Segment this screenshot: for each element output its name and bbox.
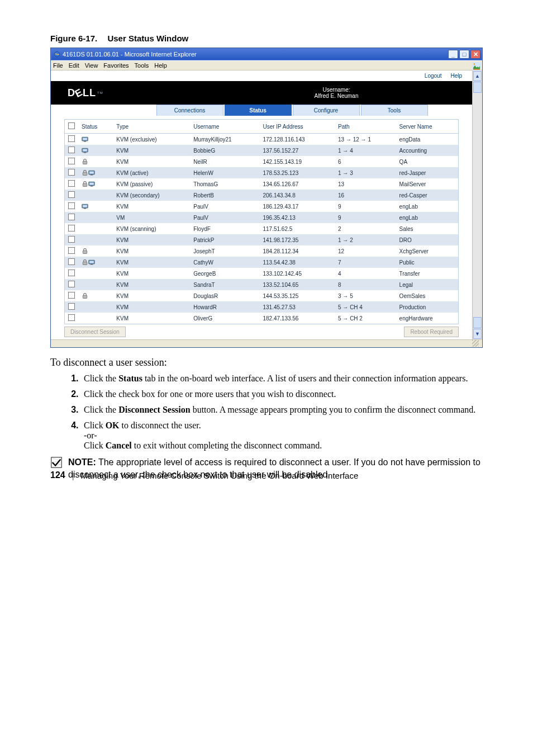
row-server: Public bbox=[396, 257, 458, 268]
reboot-required-button[interactable]: Reboot Required bbox=[404, 327, 459, 337]
menu-edit[interactable]: Edit bbox=[69, 62, 79, 69]
row-server: red-Casper bbox=[396, 190, 458, 201]
steps-list: Click the Status tab in the on-board web… bbox=[50, 374, 483, 451]
svg-rect-2 bbox=[474, 63, 475, 65]
svg-rect-22 bbox=[83, 262, 87, 264]
content-scrollbar[interactable]: ▲ ▼ bbox=[472, 70, 482, 339]
footer-section-title: Managing Your Remote Console Switch Usin… bbox=[81, 471, 359, 480]
row-server: engHardware bbox=[396, 313, 458, 324]
row-server: red-Jasper bbox=[396, 167, 458, 178]
table-row[interactable]: KVMSandraT133.52.104.658Legal bbox=[65, 279, 458, 290]
minimize-button[interactable]: _ bbox=[448, 50, 458, 59]
table-row[interactable]: KVMDouglasR144.53.35.1253 → 5OemSales bbox=[65, 290, 458, 301]
menu-file[interactable]: File bbox=[53, 62, 63, 69]
col-path[interactable]: Path bbox=[335, 120, 396, 134]
row-checkbox[interactable] bbox=[68, 281, 75, 287]
row-username: GeorgeB bbox=[190, 268, 259, 279]
col-type[interactable]: Type bbox=[113, 120, 190, 134]
menu-favorites[interactable]: Favorites bbox=[103, 62, 129, 69]
ie-titlebar: 4161DS 01.01.06.01 - Microsoft Internet … bbox=[51, 48, 482, 60]
scroll-thumb-bottom[interactable] bbox=[473, 317, 482, 328]
row-checkbox[interactable] bbox=[68, 258, 75, 265]
row-checkbox[interactable] bbox=[68, 236, 75, 243]
table-row[interactable]: KVMHowardR131.45.27.535 → CH 4Production bbox=[65, 301, 458, 313]
svg-rect-10 bbox=[83, 172, 87, 175]
svg-rect-21 bbox=[83, 251, 87, 253]
svg-rect-24 bbox=[89, 261, 94, 263]
maximize-button[interactable]: □ bbox=[459, 50, 469, 59]
table-row[interactable]: KVMBobbieG137.56.152.271 → 4Accounting bbox=[65, 145, 458, 156]
scroll-thumb-top[interactable] bbox=[473, 82, 482, 93]
table-row[interactable]: KVM (exclusive)MurrayKilljoy21172.128.11… bbox=[65, 134, 458, 145]
row-checkbox[interactable] bbox=[68, 180, 75, 187]
figure-title: User Status Window bbox=[107, 34, 188, 43]
row-path: 4 bbox=[335, 268, 396, 279]
row-path: 1 → 3 bbox=[335, 167, 396, 178]
row-checkbox[interactable] bbox=[68, 292, 75, 299]
row-path: 9 bbox=[335, 212, 396, 223]
menu-tools[interactable]: Tools bbox=[135, 62, 149, 69]
close-button[interactable]: ✕ bbox=[470, 50, 480, 59]
table-row[interactable]: KVMJosephT184.28.112.3412XchgServer bbox=[65, 245, 458, 257]
svg-rect-4 bbox=[83, 138, 87, 140]
table-row[interactable]: KVMGeorgeB133.102.142.454Transfer bbox=[65, 268, 458, 279]
row-checkbox[interactable] bbox=[68, 225, 75, 231]
row-type: KVM (active) bbox=[113, 167, 190, 178]
disconnect-session-button[interactable]: Disconnect Session bbox=[64, 327, 126, 337]
menu-help[interactable]: Help bbox=[154, 62, 167, 69]
table-row[interactable]: VMPaulV196.35.42.139engLab bbox=[65, 212, 458, 223]
col-checkbox[interactable] bbox=[65, 120, 78, 134]
row-status-icons bbox=[78, 301, 113, 313]
row-checkbox[interactable] bbox=[68, 169, 75, 176]
row-checkbox[interactable] bbox=[68, 247, 75, 254]
row-username: JosephT bbox=[190, 245, 259, 257]
row-checkbox[interactable] bbox=[68, 214, 75, 220]
table-row[interactable]: KVMOliverG182.47.133.565 → CH 2engHardwa… bbox=[65, 313, 458, 324]
table-row[interactable]: KVM (secondary)RobertB206.143.34.816red-… bbox=[65, 190, 458, 201]
col-status[interactable]: Status bbox=[78, 120, 113, 134]
row-checkbox[interactable] bbox=[68, 191, 75, 198]
row-path: 12 bbox=[335, 245, 396, 257]
row-checkbox[interactable] bbox=[68, 202, 75, 209]
help-link[interactable]: Help bbox=[450, 73, 462, 79]
row-checkbox[interactable] bbox=[68, 135, 75, 142]
row-status-icons bbox=[78, 245, 113, 257]
row-status-icons bbox=[78, 167, 113, 178]
row-ip: 141.98.172.35 bbox=[259, 234, 335, 245]
row-checkbox[interactable] bbox=[68, 158, 75, 164]
tab-connections[interactable]: Connections bbox=[156, 105, 223, 116]
row-checkbox[interactable] bbox=[68, 147, 75, 153]
table-row[interactable]: KVM (passive)ThomasG134.65.126.6713MailS… bbox=[65, 178, 458, 190]
row-ip: 206.143.34.8 bbox=[259, 190, 335, 201]
table-row[interactable]: KVMCathyW113.54.42.387Public bbox=[65, 257, 458, 268]
or-line: Click Cancel to exit without completing … bbox=[84, 441, 483, 451]
or-divider: -or- bbox=[84, 431, 483, 441]
tab-status[interactable]: Status bbox=[225, 105, 292, 116]
row-checkbox[interactable] bbox=[68, 303, 75, 310]
col-server[interactable]: Server Name bbox=[396, 120, 458, 134]
logout-link[interactable]: Logout bbox=[425, 73, 442, 79]
scroll-down-icon[interactable]: ▼ bbox=[473, 329, 482, 339]
row-ip: 131.45.27.53 bbox=[259, 301, 335, 313]
tab-configure[interactable]: Configure bbox=[293, 105, 360, 116]
menu-view[interactable]: View bbox=[85, 62, 98, 69]
table-row[interactable]: KVMPaulV186.129.43.179engLab bbox=[65, 201, 458, 212]
table-row[interactable]: KVM (scanning)FloydF117.51.62.52Sales bbox=[65, 223, 458, 234]
table-row[interactable]: KVMPatrickP141.98.172.351 → 2DRO bbox=[65, 234, 458, 245]
row-ip: 186.129.43.17 bbox=[259, 201, 335, 212]
col-ip[interactable]: User IP Address bbox=[259, 120, 335, 134]
row-checkbox[interactable] bbox=[68, 270, 75, 276]
table-row[interactable]: KVM (active)HelenW178.53.25.1231 → 3red-… bbox=[65, 167, 458, 178]
scroll-up-icon[interactable]: ▲ bbox=[473, 71, 482, 81]
row-type: KVM (secondary) bbox=[113, 190, 190, 201]
note-icon bbox=[50, 456, 63, 471]
scroll-track[interactable] bbox=[473, 93, 482, 317]
row-status-icons bbox=[78, 134, 113, 145]
col-username[interactable]: Username bbox=[190, 120, 259, 134]
resize-grip-icon[interactable] bbox=[472, 340, 479, 347]
row-checkbox[interactable] bbox=[68, 314, 75, 321]
table-row[interactable]: KVMNeilR142.155.143.196QA bbox=[65, 156, 458, 167]
row-username: ThomasG bbox=[190, 178, 259, 190]
row-username: HowardR bbox=[190, 301, 259, 313]
tab-tools[interactable]: Tools bbox=[361, 105, 428, 116]
